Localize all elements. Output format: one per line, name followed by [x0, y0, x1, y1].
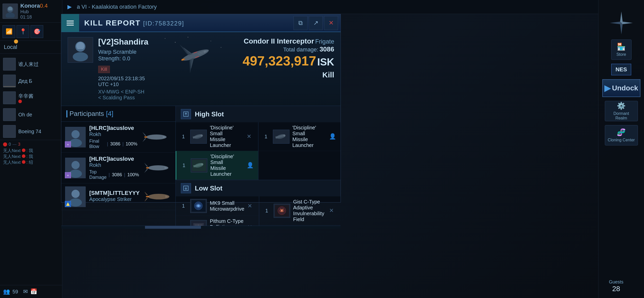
- module-count: 1: [180, 162, 188, 168]
- hamburger-icon: [67, 21, 74, 25]
- avatar: [3, 125, 16, 138]
- svg-marker-45: [144, 169, 148, 173]
- corp-badge: H: [65, 172, 71, 178]
- module-row[interactable]: 1 MK9 SmallMicrowarpdrive: [176, 196, 259, 216]
- corp-badge: H: [65, 141, 71, 147]
- undock-button[interactable]: ▶ Undock: [602, 79, 640, 97]
- clone-icon: 🧬: [617, 128, 626, 137]
- undock-label: Undock: [612, 84, 638, 92]
- module-icon: [190, 199, 207, 213]
- module-name: 'Discipline' SmallMissile Launcher: [292, 125, 326, 148]
- high-slot-header: High Slot: [176, 106, 341, 122]
- list-item[interactable]: Дед Б: [0, 73, 62, 89]
- victim-details: [V2]Shandira Warp Scramble Strength: 0.0…: [98, 37, 149, 101]
- target-icon[interactable]: 🎯: [31, 25, 43, 38]
- chat-name: Дед Б: [18, 78, 32, 84]
- mail-icon[interactable]: ✉: [23, 288, 28, 295]
- kill-result: Kill: [243, 71, 334, 79]
- participants-count: [4]: [106, 110, 113, 118]
- avatar: [3, 108, 16, 121]
- corp-badge: [65, 201, 71, 207]
- module-count: 1: [262, 134, 270, 140]
- svg-point-47: [146, 167, 149, 169]
- scrollbar-thumb[interactable]: [145, 226, 201, 229]
- cloning-center-button[interactable]: 🧬 Cloning Center: [605, 125, 638, 145]
- chat-list: 谁人来过 Дед Б 辛辛酱 Oh de: [0, 54, 62, 169]
- module-row[interactable]: 1 'Discipline' SmallMissile Launcher: [176, 122, 258, 151]
- svg-marker-35: [142, 138, 146, 142]
- svg-point-56: [146, 196, 149, 197]
- high-slot-modules: 1 'Discipline' SmallMissile Launcher: [176, 122, 341, 180]
- station-name: a VI - Kaalakiota oration Factory: [77, 4, 157, 10]
- module-row[interactable]: 1 'Discipline' SmallMissile Launcher: [258, 122, 341, 151]
- svg-point-14: [211, 41, 211, 41]
- svg-point-66: [201, 163, 203, 165]
- module-icon: [274, 204, 290, 218]
- list-item[interactable]: 谁人来过: [0, 56, 62, 73]
- wifi-icon[interactable]: 📶: [3, 25, 15, 38]
- group-icon: 👥: [3, 288, 10, 295]
- svg-marker-5: [610, 22, 621, 24]
- copy-button[interactable]: ⧉: [294, 16, 308, 30]
- list-item[interactable]: Boeing 74: [0, 123, 62, 140]
- modules-col-left: 1 'Discipline' SmallMissile Launcher: [176, 122, 258, 180]
- store-button[interactable]: 🏪 Store: [611, 39, 632, 60]
- player-time: 01:18: [20, 15, 48, 20]
- dormant-realm-button[interactable]: ⚙️ DormantRealm: [605, 101, 638, 121]
- msg-dot: [22, 154, 25, 158]
- participant-item[interactable]: H [HLRC]Iacuslove Rokh Final Blow | 3086…: [61, 122, 175, 153]
- participant-ship-image: [141, 130, 172, 144]
- nes-button[interactable]: NES: [611, 64, 631, 75]
- left-sidebar: Konora0.4 Hub 01:18 📶 📍 🎯 Local 谁人来过 Дед…: [0, 0, 62, 298]
- module-count: 1: [263, 208, 271, 214]
- svg-point-37: [144, 136, 147, 138]
- store-label: Store: [616, 52, 626, 57]
- participant-item[interactable]: H [HLRC]Iacuslove Rokh Top Damage | 3086…: [61, 153, 175, 183]
- ship-class: Frigate: [315, 38, 334, 45]
- modules-col-left: 1 MK9 SmallMicrowarpdrive: [176, 196, 259, 226]
- modal-actions: ⧉ ↗ ✕: [294, 16, 341, 30]
- participant-portrait: [65, 186, 85, 207]
- player-avatar[interactable]: [3, 4, 18, 19]
- store-icon: 🏪: [617, 43, 626, 51]
- list-item[interactable]: Oh de: [0, 106, 62, 123]
- svg-marker-34: [142, 132, 146, 136]
- participant-stats: Top Damage | 3086 | 100%: [89, 169, 139, 180]
- module-remove-icon[interactable]: ✕: [329, 207, 337, 214]
- location-icon[interactable]: 📍: [17, 25, 29, 38]
- svg-marker-44: [144, 163, 148, 167]
- total-damage-value: 3086: [319, 45, 334, 53]
- stat-pct: 100%: [126, 141, 137, 147]
- victim-section: [V2]Shandira Warp Scramble Strength: 0.0…: [61, 32, 155, 106]
- avatar: [3, 75, 16, 87]
- svg-point-70: [283, 134, 285, 137]
- stat-damage: 3086: [110, 141, 120, 147]
- chat-message: 无人Next : 绍: [3, 159, 59, 165]
- module-remove-icon[interactable]: ✕: [247, 203, 255, 209]
- participant-item[interactable]: [SMTM]LITTLEYYY Apocalypse Striker: [61, 183, 175, 210]
- module-remove-icon[interactable]: ✕: [247, 133, 254, 140]
- nes-label: NES: [616, 66, 627, 73]
- module-count: 1: [180, 134, 187, 140]
- victim-warp: Warp Scramble Strength: 0.0: [98, 49, 149, 62]
- module-remove-icon[interactable]: ✕: [247, 224, 255, 226]
- close-button[interactable]: ✕: [324, 16, 338, 30]
- module-row[interactable]: Pithum C-TypeBallistic Control... ✕: [176, 216, 259, 226]
- calendar-icon[interactable]: 📅: [30, 288, 37, 295]
- participant-ship-image: [143, 190, 174, 204]
- menu-button[interactable]: [61, 14, 79, 32]
- module-row[interactable]: 1 'Discipline' SmallMissile Launcher: [176, 151, 258, 180]
- participant-info: [SMTM]LITTLEYYY Apocalypse Striker: [89, 190, 140, 204]
- modal-scrollbar[interactable]: [61, 226, 341, 229]
- chat-name: Boeing 74: [18, 129, 41, 134]
- participant-name: [SMTM]LITTLEYYY: [89, 190, 140, 196]
- list-item[interactable]: 辛辛酱: [0, 89, 62, 106]
- svg-marker-4: [620, 23, 623, 34]
- export-button[interactable]: ↗: [309, 16, 323, 30]
- participant-info: [HLRC]Iacuslove Rokh Final Blow | 3086 |…: [89, 125, 137, 149]
- local-header: Local: [0, 41, 62, 54]
- module-name: 'Discipline' SmallMissile Launcher: [210, 125, 244, 148]
- compass-widget: [609, 10, 634, 36]
- module-row[interactable]: 1 Gist C: [259, 196, 341, 225]
- top-bar: ▶ a VI - Kaalakiota oration Factory: [62, 0, 598, 14]
